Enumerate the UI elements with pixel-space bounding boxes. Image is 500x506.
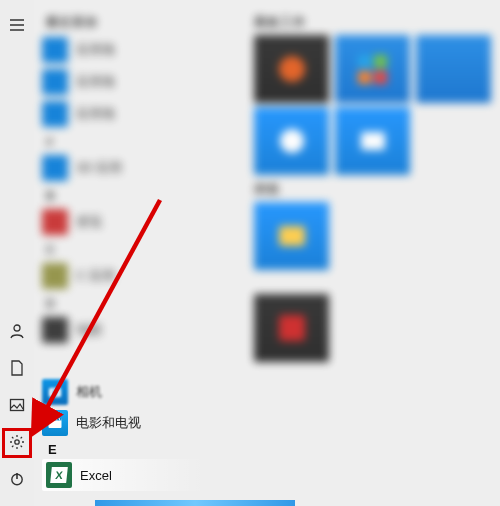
tile[interactable] (254, 294, 329, 362)
tile[interactable] (335, 107, 410, 175)
tiles-header-explore: 浏览 (254, 181, 491, 198)
app-item[interactable]: 3D 应用 (42, 153, 229, 183)
apps-letter-c[interactable]: C (46, 243, 229, 257)
documents-button[interactable] (0, 351, 34, 385)
app-item-movies-tv[interactable]: 电影和电视 (42, 408, 234, 438)
app-item[interactable]: 便笺 (42, 207, 229, 237)
taskbar-fragment (0, 500, 500, 506)
movies-tv-icon (42, 410, 68, 436)
apps-letter-hash[interactable]: # (46, 135, 229, 149)
apps-letter-d[interactable]: D (46, 297, 229, 311)
live-tiles-blurred: 高效工作 浏览 (250, 8, 495, 366)
tile[interactable] (254, 35, 329, 103)
app-item[interactable]: 应用项 (42, 35, 229, 65)
excel-icon: X (46, 462, 72, 488)
start-rail (0, 0, 34, 506)
app-item[interactable]: 地图 (42, 315, 229, 345)
tile[interactable] (254, 202, 329, 270)
power-icon (9, 471, 25, 487)
user-icon (9, 323, 25, 339)
documents-icon (9, 360, 25, 376)
app-item[interactable]: 应用项 (42, 99, 229, 129)
app-item[interactable]: 应用项 (42, 67, 229, 97)
tiles-header-more (254, 276, 491, 290)
menu-icon (9, 17, 25, 33)
power-button[interactable] (0, 462, 34, 496)
tile[interactable] (254, 107, 329, 175)
settings-icon (9, 434, 25, 450)
tile-office[interactable] (335, 35, 410, 103)
apps-header-recent: 最近添加 (46, 14, 229, 31)
apps-letter-b[interactable]: B (46, 189, 229, 203)
camera-icon (42, 379, 68, 405)
apps-letter-e[interactable]: E (48, 442, 238, 457)
svg-point-2 (15, 440, 19, 444)
svg-rect-1 (11, 400, 24, 411)
app-label: Excel (80, 468, 112, 483)
pictures-button[interactable] (0, 388, 34, 422)
svg-point-0 (14, 325, 20, 331)
app-label: 相机 (76, 383, 102, 401)
app-label: 电影和电视 (76, 414, 141, 432)
app-item[interactable]: C 应用 (42, 261, 229, 291)
app-item-camera[interactable]: 相机 (42, 377, 234, 407)
apps-list-focused: 相机 电影和电视 E X Excel (38, 376, 238, 493)
pictures-icon (9, 397, 25, 413)
svg-point-6 (53, 390, 58, 395)
tile[interactable] (416, 35, 491, 103)
user-button[interactable] (0, 314, 34, 348)
hamburger-button[interactable] (0, 8, 34, 42)
app-item-excel[interactable]: X Excel (42, 459, 234, 491)
settings-button[interactable] (0, 425, 34, 459)
tiles-header-productivity: 高效工作 (254, 14, 491, 31)
